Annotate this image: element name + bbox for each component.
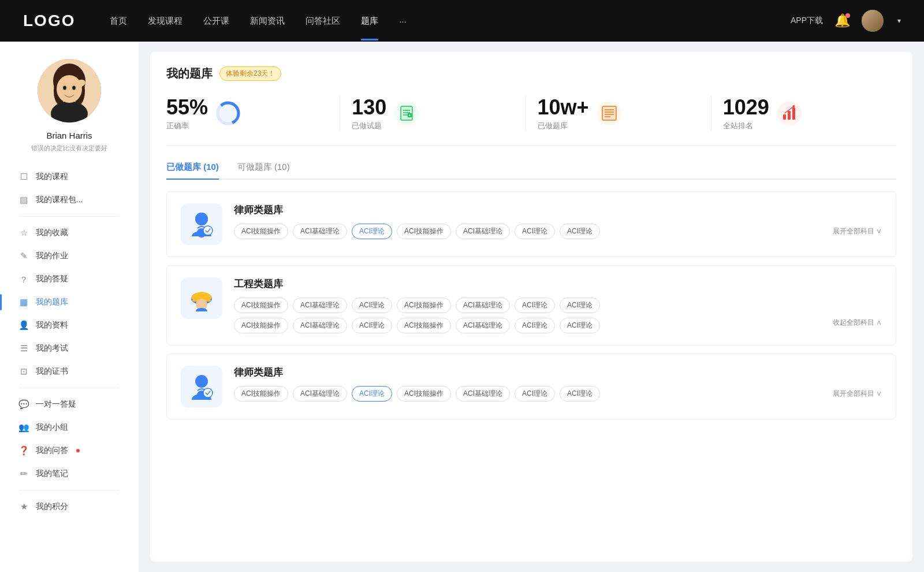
profile-icon: 👤 [18, 320, 29, 330]
nav-link-more[interactable]: ··· [399, 16, 407, 26]
stat-banks-done-label: 已做题库 [538, 121, 589, 131]
sidebar-item-homework[interactable]: ✎ 我的作业 [7, 244, 132, 268]
divider-1 [20, 216, 120, 217]
svg-point-7 [72, 86, 76, 90]
tag-2-1[interactable]: ACI技能操作 [234, 298, 288, 313]
nav-links: 首页 发现课程 公开课 新闻资讯 问答社区 题库 ··· [110, 16, 791, 27]
tab-done[interactable]: 已做题库 (10) [166, 162, 219, 179]
sidebar-item-packages[interactable]: ▤ 我的课程包... [7, 188, 132, 211]
sidebar-item-questions[interactable]: ? 我的答疑 [7, 268, 132, 291]
favorites-icon: ☆ [18, 228, 29, 238]
bank-card-3-tags: ACI技能操作 ACI基础理论 ACI理论 ACI技能操作 ACI基础理论 AC… [234, 386, 882, 402]
tag-2-13[interactable]: ACI理论 [515, 318, 555, 333]
sidebar-item-profile[interactable]: 👤 我的资料 [7, 314, 132, 337]
tag-3-4[interactable]: ACI技能操作 [397, 386, 451, 402]
user-avatar[interactable] [862, 10, 884, 32]
tab-available[interactable]: 可做题库 (10) [237, 162, 290, 179]
lawyer-svg-icon [186, 209, 217, 240]
sidebar-item-1v1[interactable]: 💬 一对一答疑 [7, 393, 132, 416]
tag-2-5[interactable]: ACI基础理论 [456, 298, 510, 313]
bank-card-engineer: 工程类题库 ACI技能操作 ACI基础理论 ACI理论 ACI技能操作 ACI基… [166, 265, 896, 346]
sidebar-item-bank[interactable]: ▦ 我的题库 [7, 291, 132, 314]
svg-point-32 [203, 226, 213, 235]
lawyer-2-svg-icon [186, 371, 217, 402]
bank-icon-lawyer-2 [181, 366, 222, 407]
bank-tabs: 已做题库 (10) 可做题库 (10) [166, 162, 896, 180]
sidebar-item-group[interactable]: 👥 我的小组 [7, 416, 132, 439]
nav-link-home[interactable]: 首页 [110, 16, 127, 27]
sidebar-item-exam[interactable]: ☰ 我的考试 [7, 337, 132, 360]
nav-link-bank[interactable]: 题库 [361, 16, 378, 27]
stat-banks-done-text: 10w+ 已做题库 [538, 95, 589, 131]
nav-link-news[interactable]: 新闻资讯 [250, 16, 285, 27]
tag-1-2[interactable]: ACI基础理论 [293, 224, 347, 239]
trial-badge: 体验剩余23天！ [219, 66, 281, 81]
bank-list: 律师类题库 ACI技能操作 ACI基础理论 ACI理论 ACI技能操作 ACI基… [166, 191, 896, 428]
sidebar-item-myqa[interactable]: ❓ 我的问答 [7, 439, 132, 462]
tag-2-12[interactable]: ACI基础理论 [456, 318, 510, 333]
tag-1-6[interactable]: ACI理论 [515, 224, 555, 239]
tag-1-1[interactable]: ACI技能操作 [234, 224, 288, 239]
bank-card-2-tags-row2: ACI技能操作 ACI基础理论 ACI理论 ACI技能操作 ACI基础理论 AC… [234, 318, 882, 333]
bank-card-lawyer-1: 律师类题库 ACI技能操作 ACI基础理论 ACI理论 ACI技能操作 ACI基… [166, 191, 896, 257]
sidebar-item-certificate[interactable]: ⊡ 我的证书 [7, 360, 132, 383]
page-title: 我的题库 [166, 66, 213, 81]
tag-2-14[interactable]: ACI理论 [560, 318, 600, 333]
notification-bell[interactable]: 🔔 [834, 13, 850, 28]
expand-btn-1[interactable]: 展开全部科目 ∨ [833, 226, 882, 236]
stat-rank-text: 1029 全站排名 [723, 95, 769, 131]
tag-2-9[interactable]: ACI基础理论 [293, 318, 347, 333]
tag-3-5[interactable]: ACI基础理论 [456, 386, 510, 402]
nav-logo[interactable]: LOGO [23, 12, 75, 30]
tag-1-4[interactable]: ACI技能操作 [397, 224, 451, 239]
tag-3-6[interactable]: ACI理论 [515, 386, 555, 402]
tag-2-11[interactable]: ACI技能操作 [397, 318, 451, 333]
bank-icon-engineer [181, 277, 222, 319]
tag-3-1[interactable]: ACI技能操作 [234, 386, 288, 402]
tag-3-3[interactable]: ACI理论 [352, 386, 392, 402]
stat-banks-done-value: 10w+ [538, 95, 589, 120]
bank-card-lawyer-2: 律师类题库 ACI技能操作 ACI基础理论 ACI理论 ACI技能操作 ACI基… [166, 354, 896, 419]
tag-1-7[interactable]: ACI理论 [560, 224, 600, 239]
nav-right: APP下载 🔔 ▾ [791, 10, 901, 32]
tag-2-8[interactable]: ACI技能操作 [234, 318, 288, 333]
list-icon [601, 105, 617, 121]
bank-card-2-content: 工程类题库 ACI技能操作 ACI基础理论 ACI理论 ACI技能操作 ACI基… [234, 277, 882, 333]
tag-2-7[interactable]: ACI理论 [560, 298, 600, 313]
tag-3-7[interactable]: ACI理论 [560, 386, 600, 402]
tag-2-6[interactable]: ACI理论 [515, 298, 555, 313]
tag-1-5[interactable]: ACI基础理论 [456, 224, 510, 239]
stat-accuracy-text: 55% 正确率 [166, 95, 208, 131]
bank-card-3-content: 律师类题库 ACI技能操作 ACI基础理论 ACI理论 ACI技能操作 ACI基… [234, 366, 882, 402]
svg-point-5 [57, 75, 82, 103]
app-download-link[interactable]: APP下载 [791, 16, 823, 26]
tag-2-3[interactable]: ACI理论 [352, 298, 392, 313]
stat-accuracy-value: 55% [166, 95, 208, 120]
tag-2-4[interactable]: ACI技能操作 [397, 298, 451, 313]
nav-link-open[interactable]: 公开课 [203, 16, 229, 27]
sidebar-item-courses[interactable]: ☐ 我的课程 [7, 165, 132, 188]
tag-3-2[interactable]: ACI基础理论 [293, 386, 347, 402]
courses-icon: ☐ [18, 172, 29, 182]
stat-banks-done-icon [597, 101, 621, 125]
tag-2-2[interactable]: ACI基础理论 [293, 298, 347, 313]
sidebar-menu: ☐ 我的课程 ▤ 我的课程包... ☆ 我的收藏 ✎ 我的作业 ? 我的答疑 ▦ [0, 165, 139, 518]
expand-btn-3[interactable]: 展开全部科目 ∨ [833, 389, 882, 399]
user-menu-chevron[interactable]: ▾ [897, 17, 901, 25]
navbar: LOGO 首页 发现课程 公开课 新闻资讯 问答社区 题库 ··· APP下载 … [0, 0, 924, 42]
nav-link-discover[interactable]: 发现课程 [148, 16, 182, 27]
sidebar: Brian Harris 错误的决定比没有决定要好 ☐ 我的课程 ▤ 我的课程包… [0, 42, 139, 572]
stat-questions-done-icon [394, 101, 419, 125]
collapse-btn-2[interactable]: 收起全部科目 ∧ [833, 318, 882, 333]
myqa-icon: ❓ [18, 445, 29, 456]
homework-icon: ✎ [18, 251, 29, 261]
nav-link-qa[interactable]: 问答社区 [305, 16, 340, 27]
tag-2-10[interactable]: ACI理论 [352, 318, 392, 333]
sidebar-item-notes[interactable]: ✏ 我的笔记 [7, 462, 132, 485]
divider-2 [20, 388, 120, 388]
sidebar-item-points[interactable]: ★ 我的积分 [7, 495, 132, 518]
stat-rank: 1029 全站排名 [711, 95, 896, 131]
stat-accuracy-label: 正确率 [166, 121, 208, 131]
sidebar-item-favorites[interactable]: ☆ 我的收藏 [7, 221, 132, 244]
tag-1-3[interactable]: ACI理论 [352, 224, 392, 239]
